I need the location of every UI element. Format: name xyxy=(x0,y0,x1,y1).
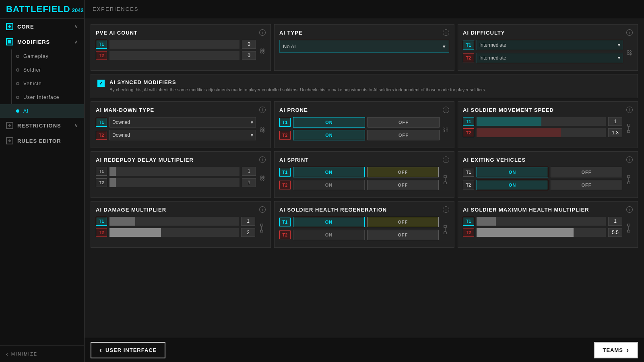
ai-exiting-t1-on[interactable]: ON xyxy=(477,167,548,177)
ai-prone-t2-on[interactable]: ON xyxy=(293,130,365,140)
ai-max-health-t1-slider[interactable] xyxy=(477,217,606,226)
ai-diff-title: AI DIFFICULTY xyxy=(463,30,505,36)
ai-max-health-t2-slider[interactable] xyxy=(477,228,606,237)
ai-health-regen-t2-off[interactable]: OFF xyxy=(367,230,439,240)
ai-redeploy-info-icon[interactable]: i xyxy=(259,156,266,163)
ai-exiting-t2-on[interactable]: ON xyxy=(477,180,548,190)
ai-diff-t2-badge: T2 xyxy=(463,53,474,62)
prev-arrow-icon: ‹ xyxy=(99,346,102,354)
ai-health-regen-link-icon[interactable] xyxy=(441,224,449,235)
ai-health-regen-t2-on[interactable]: ON xyxy=(293,230,365,240)
ai-man-t2-dropdown[interactable]: Downed ▾ xyxy=(109,130,256,140)
ai-max-health-info-icon[interactable]: i xyxy=(626,206,633,213)
pve-info-icon[interactable]: i xyxy=(259,29,266,36)
ai-damage-t2-value[interactable]: 2 xyxy=(241,228,255,237)
ai-prone-link-icon[interactable]: ⛓ xyxy=(442,126,449,134)
ai-redeploy-t1-value[interactable]: 1 xyxy=(242,167,256,176)
ai-movement-t2-slider[interactable] xyxy=(477,128,606,137)
pve-t1-slider[interactable] xyxy=(109,40,239,49)
ai-type-info-icon[interactable]: i xyxy=(443,29,449,36)
ai-diff-info-icon[interactable]: i xyxy=(626,29,633,36)
sidebar-item-core[interactable]: CORE ∨ xyxy=(0,19,84,34)
ai-man-t2-row: T2 Downed ▾ xyxy=(96,130,256,140)
ai-exiting-link-icon[interactable] xyxy=(625,175,633,185)
ai-exiting-t2-off[interactable]: OFF xyxy=(551,180,622,190)
sidebar-item-vehicle[interactable]: Vehicle xyxy=(0,77,84,90)
ai-sprint-t1-off[interactable]: OFF xyxy=(367,167,439,177)
ai-movement-t1-slider[interactable] xyxy=(477,117,606,126)
ai-sprint-t1-on[interactable]: ON xyxy=(293,167,365,177)
experiences-label: EXPERIENCES xyxy=(93,6,138,12)
sidebar-item-modifiers[interactable]: MODIFIERS ∧ xyxy=(0,34,84,49)
ai-damage-link-icon[interactable] xyxy=(258,223,266,233)
sidebar-item-rules-editor[interactable]: RULES EDITOR xyxy=(0,133,84,148)
ai-movement-title: AI SOLDIER MOVEMENT SPEED xyxy=(463,107,554,113)
ai-damage-info-icon[interactable]: i xyxy=(259,206,266,213)
ai-sprint-t2-on[interactable]: ON xyxy=(293,180,365,190)
svg-rect-10 xyxy=(260,230,263,232)
ai-diff-t2-row: T2 Intermediate ▾ xyxy=(463,53,623,63)
ai-sprint-header: AI SPRINT i xyxy=(279,156,449,163)
ai-redeploy-t1-slider[interactable] xyxy=(109,167,239,176)
next-arrow-icon: › xyxy=(626,346,629,354)
ai-diff-t1-dropdown[interactable]: Intermediate ▾ xyxy=(477,40,623,50)
ai-movement-info-icon[interactable]: i xyxy=(626,107,633,113)
ai-max-health-t1-value[interactable]: 1 xyxy=(608,217,622,226)
ai-movement-t2-value[interactable]: 1.3 xyxy=(608,128,622,137)
ai-man-link-icon[interactable]: ⛓ xyxy=(258,126,266,134)
ai-exiting-t1-off[interactable]: OFF xyxy=(551,167,622,177)
sidebar: BATTLEFIELD 2042 CORE ∨ MODIFIERS ∧ G xyxy=(0,0,85,362)
prev-button[interactable]: ‹ USER INTERFACE xyxy=(91,342,165,358)
ai-movement-link-icon[interactable] xyxy=(625,123,633,134)
ai-sprint-t2-off[interactable]: OFF xyxy=(367,180,439,190)
ai-prone-t1-off[interactable]: OFF xyxy=(367,117,440,128)
ai-synced-text: AI SYNCED MODIFIERS By checking this, AI… xyxy=(109,79,486,93)
pve-link-icon[interactable]: ⛓ xyxy=(258,47,266,55)
ai-man-down-info-icon[interactable]: i xyxy=(259,107,266,113)
ai-redeploy-t2-slider[interactable] xyxy=(109,178,239,187)
minimize-button[interactable]: ‹ MINIMIZE xyxy=(0,346,84,362)
ai-damage-t1-value[interactable]: 1 xyxy=(241,217,255,226)
sidebar-soldier-label: Soldier xyxy=(23,67,78,73)
pve-rows: T1 0 T2 0 ⛓ xyxy=(96,40,266,62)
ai-prone-t2-off[interactable]: OFF xyxy=(367,130,440,140)
ai-health-regen-info-icon[interactable]: i xyxy=(443,206,449,213)
ai-diff-t2-dropdown[interactable]: Intermediate ▾ xyxy=(477,53,623,63)
ai-redeploy-t2-value[interactable]: 1 xyxy=(242,178,256,187)
ai-sprint-link-icon[interactable] xyxy=(441,175,449,185)
ai-damage-t1-slider[interactable] xyxy=(109,217,239,226)
sidebar-item-ai[interactable]: AI xyxy=(0,104,84,118)
ai-health-regen-t1-on[interactable]: ON xyxy=(293,217,365,227)
ai-synced-checkbox[interactable]: ✓ xyxy=(97,80,105,87)
next-button[interactable]: TEAMS › xyxy=(594,342,638,358)
ai-movement-t1-value[interactable]: 1 xyxy=(608,117,622,126)
ai-type-dropdown[interactable]: No AI ▾ xyxy=(279,40,449,53)
ai-prone-t1-on[interactable]: ON xyxy=(293,117,365,128)
ai-health-regen-t1-off[interactable]: OFF xyxy=(367,217,439,227)
ai-max-health-link-icon[interactable] xyxy=(625,223,633,233)
ai-sprint-info-icon[interactable]: i xyxy=(443,156,449,163)
sidebar-item-restrictions[interactable]: RESTRICTIONS ∨ xyxy=(0,118,84,133)
ai-diff-link-icon[interactable]: ⛓ xyxy=(625,49,633,57)
ai-sprint-t1-row: T1 ON OFF xyxy=(279,167,439,177)
ai-max-health-t2-value[interactable]: 5.5 xyxy=(608,228,622,237)
ai-prone-info-icon[interactable]: i xyxy=(443,107,449,113)
sidebar-item-user-interface[interactable]: User Interface xyxy=(0,90,84,104)
sidebar-item-gameplay[interactable]: Gameplay xyxy=(0,49,84,63)
pve-sliders: T1 0 T2 0 xyxy=(96,40,256,62)
ai-exiting-t1-badge: T1 xyxy=(463,168,474,177)
ai-exiting-info-icon[interactable]: i xyxy=(626,156,633,163)
ai-redeploy-link-icon[interactable]: ⛓ xyxy=(258,174,266,182)
restrictions-shape-icon xyxy=(8,124,11,127)
sidebar-item-soldier[interactable]: Soldier xyxy=(0,63,84,77)
ai-redeploy-t1-row: T1 1 xyxy=(96,167,256,176)
ai-damage-t2-slider[interactable] xyxy=(109,228,239,237)
pve-t1-value[interactable]: 0 xyxy=(242,40,256,49)
ai-man-t2-badge: T2 xyxy=(96,131,107,140)
ai-redeploy-panel: AI REDEPLOY DELAY MULTIPLIER i T1 1 T2 xyxy=(91,151,271,198)
pve-t2-slider[interactable] xyxy=(109,51,239,60)
ai-man-t1-dropdown[interactable]: Downed ▾ xyxy=(109,117,256,128)
ai-damage-t2-badge: T2 xyxy=(96,228,107,237)
pve-t2-value[interactable]: 0 xyxy=(242,51,256,60)
ai-prone-rows: T1 ON OFF T2 ON OFF ⛓ xyxy=(279,117,449,143)
